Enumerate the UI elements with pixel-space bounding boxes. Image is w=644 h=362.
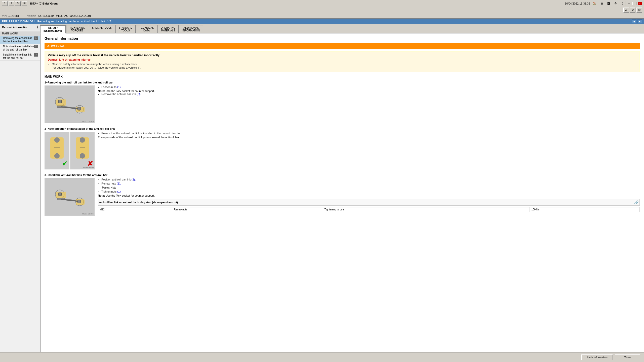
breadcrumb-back[interactable]: ◀ <box>632 19 636 23</box>
step1-bullet-2: Remove the anti-roll bar link (2). <box>101 93 640 96</box>
step2-bullet-1: Ensure that the anti-roll bar link is in… <box>101 132 640 135</box>
breadcrumb-forward[interactable]: ▶ <box>637 19 642 23</box>
content-scroll: General information ⚠ WARNING Vehicle ma… <box>41 33 644 223</box>
nav-item-step1[interactable]: Removing the anti-roll bar link for the … <box>0 36 40 44</box>
nav-item-step3[interactable]: Install the anti-roll bar link for the a… <box>0 52 40 61</box>
torque-label: Tightening torque <box>323 207 530 212</box>
step3-image: 1 2 RB31 00785 <box>45 178 95 216</box>
svg-rect-22 <box>45 178 94 215</box>
titlebar-btn-1[interactable]: 1 <box>2 1 8 6</box>
step2-correct-image: ✔ <box>45 132 69 169</box>
nav-item-step2-num: 2 <box>34 45 38 48</box>
left-nav-content: MAIN WORK Removing the anti-roll bar lin… <box>0 30 40 352</box>
step3-image-label: RB31 00785 <box>83 213 94 215</box>
left-panel-title: General information <box>2 26 28 29</box>
mail-icon[interactable]: ✉ <box>636 8 642 13</box>
step1-image: 1 2 <box>45 85 95 123</box>
warning-content: Vehicle may slip off the vehicle hoist i… <box>45 51 640 72</box>
step3-bullet-3: Tighten nuts (1). <box>101 190 640 193</box>
nav-item-step1-num: 1 <box>34 36 38 40</box>
step3-text: Position anti-roll bar link (2). Renew n… <box>98 178 640 216</box>
breadcrumb-nav: ◀ ▶ <box>632 19 642 23</box>
step3-parts: Parts: Nuts <box>102 186 640 189</box>
titlebar-right: 30/04/2022 19:33:36 🏠 🖥 🖼 ⚙ ? — □ ✕ <box>565 1 642 6</box>
content-area[interactable]: General information ⚠ WARNING Vehicle ma… <box>40 33 644 352</box>
vin-label: VIN <box>2 14 7 17</box>
left-panel-header: General information ℹ <box>0 24 40 30</box>
breadcrumb: REP-REP-P-3135014-G11 - Removing and ins… <box>0 19 644 24</box>
nav-item-step3-label: Install the anti-roll bar link for the a… <box>3 53 34 60</box>
app-title: ISTA+ (C)BMW Group <box>30 2 59 5</box>
window-minimize[interactable]: — <box>627 2 631 5</box>
step1-title: 1–Removing the anti-roll bar link for th… <box>45 81 640 84</box>
step1-link-2[interactable]: (2). <box>137 93 141 96</box>
main-area: General information ℹ MAIN WORK Removing… <box>0 24 644 352</box>
image-icon[interactable]: 🖼 <box>606 1 611 6</box>
title-bar: 1 2 3 ☰ ISTA+ (C)BMW Group 30/04/2022 19… <box>0 0 644 7</box>
step2-title: 2–Note direction of installation of the … <box>45 127 640 130</box>
step1-note: Note: Use the Torx socket for counter su… <box>98 89 640 93</box>
warning-main-text: Vehicle may slip off the vehicle hoist i… <box>48 54 636 57</box>
section-title-main-work: MAIN WORK <box>0 31 40 36</box>
step2-text: Ensure that the anti-roll bar link is in… <box>98 132 640 169</box>
titlebar-btn-menu[interactable]: ☰ <box>22 1 27 6</box>
datetime: 30/04/2022 19:33:36 <box>565 2 590 5</box>
tab-technical-data[interactable]: TECHNICALDATA <box>136 25 157 33</box>
step3-link-3[interactable]: (1). <box>117 190 122 193</box>
menu-bar: 🖨 ⚙ ✉ <box>0 7 644 13</box>
step3-bullet-2: Renew nuts (1). <box>101 182 640 185</box>
svg-point-15 <box>54 153 60 159</box>
tabs-bar: REPAIRINSTRUCTIONS TIGHTENINGTORQUES SPE… <box>40 24 644 33</box>
left-panel: General information ℹ MAIN WORK Removing… <box>0 24 40 352</box>
nav-item-step1-label: Removing the anti-roll bar link for the … <box>3 36 34 43</box>
warning-triangle-icon: ⚠ <box>47 44 50 48</box>
step3-note: Note: Use the Torx socket for counter su… <box>98 194 640 197</box>
step3-link-2[interactable]: (1). <box>117 182 121 185</box>
step2-content: ✔ ✘ RB31 <box>45 132 640 169</box>
right-panel: REPAIRINSTRUCTIONS TIGHTENINGTORQUES SPE… <box>40 24 644 352</box>
tab-tightening-torques[interactable]: TIGHTENINGTORQUES <box>66 25 88 33</box>
vehicle-label: Vehicle <box>27 14 36 17</box>
tab-operating-materials[interactable]: OPERATINGMATERIALS <box>157 25 179 33</box>
home-icon[interactable]: 🏠 <box>592 1 597 6</box>
help-icon[interactable]: ? <box>620 1 625 6</box>
step1-content: 1 2 <box>45 85 640 123</box>
monitor-icon[interactable]: 🖥 <box>599 1 604 6</box>
step1-illustration: 1 2 <box>45 86 95 123</box>
settings-icon[interactable]: ⚙ <box>613 1 618 6</box>
close-button[interactable]: Close <box>615 354 640 360</box>
bottom-bar: Parts information Close <box>0 352 644 362</box>
parts-info-button[interactable]: Parts information <box>581 354 613 360</box>
nav-item-step2[interactable]: Note direction of installation of the an… <box>0 44 40 52</box>
svg-rect-11 <box>78 107 81 110</box>
center-panel: General information ℹ MAIN WORK Removing… <box>0 24 644 352</box>
step2-para: The open side of the anti-roll bar link … <box>98 136 640 139</box>
step1-link-1[interactable]: (1). <box>117 85 122 88</box>
window-close[interactable]: ✕ <box>638 2 642 5</box>
menubar-right: 🖨 ⚙ ✉ <box>623 8 642 13</box>
nav-item-step2-label: Note direction of installation of the an… <box>3 45 34 51</box>
svg-point-16 <box>54 137 60 143</box>
torque-action: Renew nuts <box>172 207 323 212</box>
step3-link-1[interactable]: (2). <box>132 178 136 181</box>
titlebar-left: 1 2 3 ☰ ISTA+ (C)BMW Group <box>2 1 59 6</box>
tab-special-tools[interactable]: SPECIAL TOOLS <box>89 25 115 33</box>
step2-image-label: RB31 00571 <box>83 166 94 169</box>
step3-title: 3–Install the anti-roll bar link for the… <box>45 173 640 176</box>
print-icon[interactable]: 🖨 <box>623 8 629 13</box>
config-icon[interactable]: ⚙ <box>630 8 635 13</box>
tab-standard-tools[interactable]: STANDARDTOOLS <box>115 25 136 33</box>
tab-additional-info[interactable]: ADDITIONALINFORMATION <box>179 25 203 33</box>
step2-wrong-image: ✘ RB31 00571 <box>70 132 95 169</box>
tab-repair-instructions[interactable]: REPAIRINSTRUCTIONS <box>40 25 66 33</box>
vin-value: CE21681 <box>8 14 19 17</box>
torque-icon[interactable]: 🔗 <box>634 200 638 204</box>
window-maximize[interactable]: □ <box>632 2 636 5</box>
content-title: General information <box>45 36 640 40</box>
torque-value: 100 Nm <box>530 207 640 212</box>
svg-rect-33 <box>78 200 81 203</box>
titlebar-btn-3[interactable]: 3 <box>15 1 21 6</box>
svg-rect-10 <box>59 100 62 103</box>
breadcrumb-text: REP-REP-P-3135014-G11 - Removing and ins… <box>2 20 111 23</box>
titlebar-btn-2[interactable]: 2 <box>9 1 14 6</box>
